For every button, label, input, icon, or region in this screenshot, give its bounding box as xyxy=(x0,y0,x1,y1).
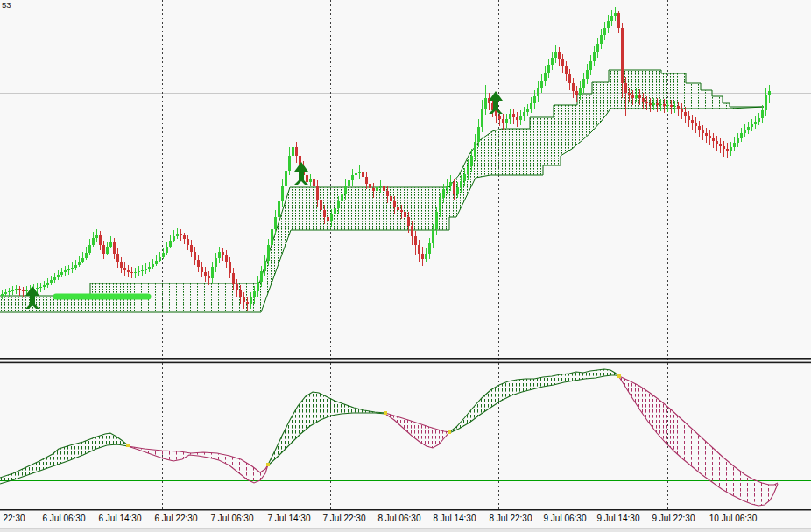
window-edge xyxy=(0,529,811,532)
candle-body xyxy=(421,254,424,259)
candle-body xyxy=(558,52,561,60)
candle-body xyxy=(551,58,554,65)
candle-body xyxy=(187,239,189,245)
candle-body xyxy=(116,254,119,262)
candle-body xyxy=(320,200,322,210)
candle-body xyxy=(754,122,757,124)
mt4-chart-window: 22:306 Jul 06:306 Jul 14:306 Jul 22:307 … xyxy=(0,0,811,532)
candle-body xyxy=(208,276,210,278)
candle-body xyxy=(281,186,284,201)
candle-body xyxy=(71,268,74,270)
candle-body xyxy=(36,288,39,289)
candle-body xyxy=(723,146,725,149)
candle-body xyxy=(222,252,224,256)
candle-body xyxy=(617,13,620,28)
panel-separator xyxy=(0,362,811,364)
candle-body xyxy=(369,184,371,188)
candle-body xyxy=(404,212,406,217)
candle-body xyxy=(229,262,231,273)
candle-body xyxy=(92,238,95,245)
candle-body xyxy=(670,105,673,107)
candle-body xyxy=(215,258,217,267)
candle-body xyxy=(25,290,28,291)
candle-body xyxy=(565,66,568,74)
candle-body xyxy=(530,103,532,109)
candle-body xyxy=(337,201,340,208)
candle-body xyxy=(649,103,652,105)
candle-body xyxy=(589,61,592,70)
candle-body xyxy=(39,287,42,288)
candle-body xyxy=(53,277,56,280)
candle-body xyxy=(684,112,687,116)
trading-chart-canvas[interactable]: 22:306 Jul 06:306 Jul 14:306 Jul 22:307 … xyxy=(0,0,811,532)
candle-body xyxy=(600,35,603,44)
candle-body xyxy=(274,217,277,229)
candle-body xyxy=(663,104,666,106)
candle-body xyxy=(81,258,84,262)
candle-body xyxy=(656,103,659,105)
candle-body xyxy=(355,173,357,175)
candle-body xyxy=(239,290,242,298)
candle-body xyxy=(376,187,378,191)
candle-body xyxy=(67,270,70,270)
candle-body xyxy=(575,91,578,94)
candle-body xyxy=(418,245,420,254)
candle-body xyxy=(362,172,364,177)
candle-body xyxy=(621,28,624,83)
candle-body xyxy=(271,229,273,245)
candle-body xyxy=(593,52,596,61)
candle-body xyxy=(64,270,67,272)
candle-body xyxy=(211,267,214,278)
candle-body xyxy=(106,247,109,254)
candle-body xyxy=(225,256,228,262)
candle-body xyxy=(659,104,662,105)
candle-body xyxy=(474,142,476,156)
candle-body xyxy=(768,91,771,94)
candle-body xyxy=(390,196,392,201)
candle-body xyxy=(18,289,21,290)
candle-body xyxy=(730,147,732,150)
candle-body xyxy=(78,262,81,265)
candle-body xyxy=(50,280,53,283)
candle-body xyxy=(695,122,697,126)
candle-body xyxy=(698,126,701,130)
candle-body xyxy=(579,88,582,94)
candle-body xyxy=(74,265,77,268)
candle-body xyxy=(582,79,585,88)
time-axis-label: 8 Jul 06:30 xyxy=(378,514,421,523)
candle-body xyxy=(544,73,547,80)
candle-body xyxy=(218,252,221,258)
candle-body xyxy=(134,272,137,273)
candle-body xyxy=(519,116,522,120)
candle-body xyxy=(15,289,18,290)
candle-body xyxy=(719,144,722,146)
candle-body xyxy=(411,226,413,236)
candle-body xyxy=(43,285,46,287)
candle-body xyxy=(652,103,655,105)
candle-body xyxy=(169,241,172,247)
candle-body xyxy=(344,186,347,194)
candle-body xyxy=(414,236,417,245)
candle-body xyxy=(173,236,175,241)
signal-cross-dot xyxy=(266,463,270,466)
candle-body xyxy=(267,245,270,261)
candle-body xyxy=(561,60,564,66)
candle-body xyxy=(716,141,718,144)
candle-body xyxy=(313,179,315,186)
candle-body xyxy=(533,96,536,103)
candle-body xyxy=(138,271,140,272)
candle-body xyxy=(285,171,287,186)
candle-body xyxy=(624,83,627,93)
candle-body xyxy=(152,264,154,267)
candle-body xyxy=(383,186,385,191)
time-axis-label: 9 Jul 22:30 xyxy=(652,514,695,523)
candle-body xyxy=(726,149,729,150)
signal-cross-dot xyxy=(448,430,451,434)
candle-body xyxy=(758,118,760,122)
candle-body xyxy=(631,95,634,98)
candle-body xyxy=(638,94,641,98)
candle-body xyxy=(183,235,186,239)
candle-body xyxy=(379,186,382,187)
candle-body xyxy=(645,102,648,103)
candle-body xyxy=(435,212,438,229)
